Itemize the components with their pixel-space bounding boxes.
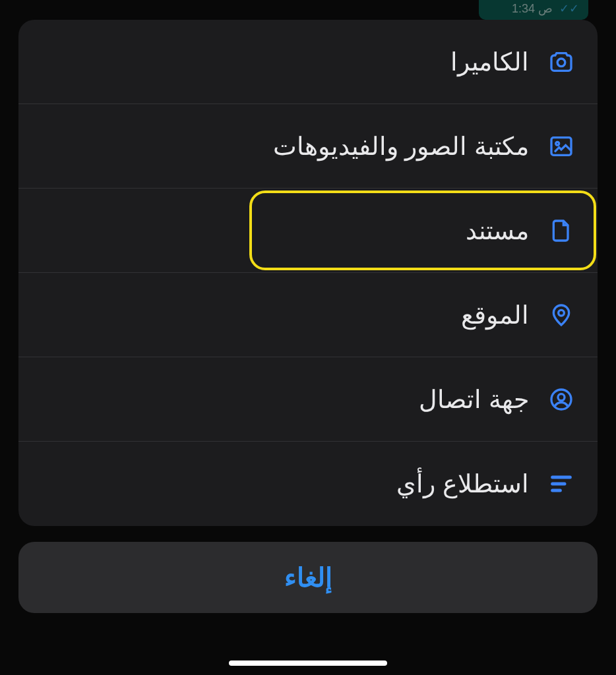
poll-icon (547, 470, 575, 498)
camera-icon (547, 48, 575, 76)
location-label: الموقع (461, 301, 529, 330)
contact-icon (547, 386, 575, 413)
attachment-action-sheet: الكاميرا مكتبة الصور والفيديوهات مستند ا… (18, 20, 598, 526)
svg-point-2 (556, 142, 559, 145)
svg-point-3 (559, 310, 565, 316)
gallery-icon (547, 132, 575, 160)
poll-option[interactable]: استطلاع رأي (18, 442, 598, 526)
document-option[interactable]: مستند (18, 189, 598, 273)
read-receipt-icon: ✓✓ (559, 1, 579, 16)
gallery-option[interactable]: مكتبة الصور والفيديوهات (18, 104, 598, 189)
camera-label: الكاميرا (450, 47, 529, 76)
contact-label: جهة اتصال (419, 385, 529, 414)
gallery-label: مكتبة الصور والفيديوهات (273, 132, 529, 161)
location-option[interactable]: الموقع (18, 273, 598, 357)
cancel-label: إلغاء (284, 562, 332, 593)
message-time-bubble: ✓✓ ص 1:34 (479, 0, 588, 20)
contact-option[interactable]: جهة اتصال (18, 357, 598, 442)
document-label: مستند (466, 216, 529, 245)
svg-point-0 (557, 59, 565, 67)
home-indicator[interactable] (229, 660, 387, 666)
location-icon (547, 301, 575, 329)
cancel-button[interactable]: إلغاء (18, 542, 598, 613)
message-time: ص 1:34 (512, 1, 553, 16)
camera-option[interactable]: الكاميرا (18, 20, 598, 104)
poll-label: استطلاع رأي (396, 469, 529, 498)
svg-point-5 (558, 394, 565, 400)
document-icon (547, 217, 575, 245)
